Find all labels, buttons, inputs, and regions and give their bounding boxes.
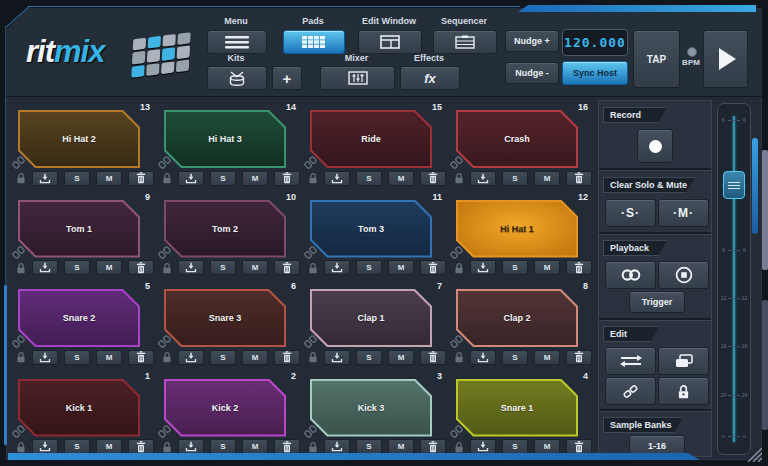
load-sample-button[interactable] <box>32 439 58 454</box>
load-sample-button[interactable] <box>178 260 204 275</box>
pad-lock-icon[interactable] <box>16 441 26 453</box>
pad-delete-button[interactable] <box>128 350 154 365</box>
pad-solo-button[interactable]: S <box>210 171 236 186</box>
drum-pad[interactable]: Tom 3 <box>310 200 432 258</box>
drum-pad[interactable]: Ride <box>310 110 432 168</box>
load-sample-button[interactable] <box>32 260 58 275</box>
drum-pad[interactable]: Kick 3 <box>310 379 432 437</box>
pad-lock-icon[interactable] <box>454 172 464 184</box>
lock-button[interactable] <box>658 377 709 405</box>
pad-lock-icon[interactable] <box>454 441 464 453</box>
tap-tempo-button[interactable]: TAP <box>633 30 680 88</box>
clear-solo-button[interactable]: ·S· <box>605 199 656 227</box>
pad-mute-button[interactable]: M <box>242 171 268 186</box>
load-sample-button[interactable] <box>32 171 58 186</box>
drum-pad[interactable]: Clap 2 <box>456 289 578 347</box>
pad-mute-button[interactable]: M <box>96 171 122 186</box>
load-sample-button[interactable] <box>324 171 350 186</box>
pad-lock-icon[interactable] <box>308 172 318 184</box>
pad-mute-button[interactable]: M <box>242 260 268 275</box>
pad-solo-button[interactable]: S <box>502 350 528 365</box>
load-sample-button[interactable] <box>324 439 350 454</box>
pad-delete-button[interactable] <box>566 260 592 275</box>
load-sample-button[interactable] <box>178 350 204 365</box>
pad-mute-button[interactable]: M <box>96 260 122 275</box>
drum-pad[interactable]: Hi Hat 2 <box>18 110 140 168</box>
pad-delete-button[interactable] <box>566 350 592 365</box>
drum-pad[interactable]: Tom 2 <box>164 200 286 258</box>
clear-mute-button[interactable]: ·M· <box>658 199 709 227</box>
pad-mute-button[interactable]: M <box>242 350 268 365</box>
swap-button[interactable] <box>605 347 656 375</box>
nudge-plus-button[interactable]: Nudge + <box>505 30 559 52</box>
pad-delete-button[interactable] <box>566 171 592 186</box>
kits-button[interactable] <box>207 66 267 90</box>
pad-lock-icon[interactable] <box>16 262 26 274</box>
pad-delete-button[interactable] <box>420 171 446 186</box>
pad-solo-button[interactable]: S <box>64 439 90 454</box>
drum-pad[interactable]: Clap 1 <box>310 289 432 347</box>
drum-pad[interactable]: Kick 2 <box>164 379 286 437</box>
link-button[interactable] <box>605 377 656 405</box>
pad-delete-button[interactable] <box>128 171 154 186</box>
pad-mute-button[interactable]: M <box>534 350 560 365</box>
pad-delete-button[interactable] <box>566 439 592 454</box>
master-fader[interactable]: 660066121218182424∞∞ <box>717 103 751 455</box>
drum-pad[interactable]: Snare 1 <box>456 379 578 437</box>
sequencer-button[interactable] <box>433 30 497 54</box>
pad-solo-button[interactable]: S <box>64 350 90 365</box>
pad-mute-button[interactable]: M <box>96 439 122 454</box>
pad-lock-icon[interactable] <box>308 351 318 363</box>
pad-solo-button[interactable]: S <box>210 260 236 275</box>
play-button[interactable] <box>703 30 748 88</box>
record-button[interactable] <box>637 129 673 163</box>
pad-solo-button[interactable]: S <box>64 260 90 275</box>
pad-solo-button[interactable]: S <box>356 260 382 275</box>
load-sample-button[interactable] <box>470 439 496 454</box>
pad-delete-button[interactable] <box>420 439 446 454</box>
copy-button[interactable] <box>658 347 709 375</box>
drum-pad[interactable]: Snare 3 <box>164 289 286 347</box>
drum-pad[interactable]: Tom 1 <box>18 200 140 258</box>
load-sample-button[interactable] <box>178 171 204 186</box>
pad-solo-button[interactable]: S <box>356 171 382 186</box>
resize-grip[interactable] <box>744 448 762 462</box>
drum-pad[interactable]: Snare 2 <box>18 289 140 347</box>
drum-pad[interactable]: Hi Hat 3 <box>164 110 286 168</box>
mixer-button[interactable] <box>320 66 395 90</box>
pad-lock-icon[interactable] <box>162 351 172 363</box>
trigger-button[interactable]: Trigger <box>629 291 685 313</box>
pad-solo-button[interactable]: S <box>64 171 90 186</box>
fader-handle[interactable] <box>723 171 745 199</box>
menu-button[interactable] <box>207 30 267 54</box>
stop-button[interactable] <box>658 261 709 289</box>
pad-mute-button[interactable]: M <box>388 260 414 275</box>
pad-lock-icon[interactable] <box>16 172 26 184</box>
pad-mute-button[interactable]: M <box>96 350 122 365</box>
pad-lock-icon[interactable] <box>308 441 318 453</box>
pad-mute-button[interactable]: M <box>388 350 414 365</box>
pad-delete-button[interactable] <box>274 350 300 365</box>
pad-mute-button[interactable]: M <box>534 171 560 186</box>
pad-solo-button[interactable]: S <box>502 439 528 454</box>
pad-solo-button[interactable]: S <box>502 171 528 186</box>
pad-solo-button[interactable]: S <box>210 439 236 454</box>
pad-mute-button[interactable]: M <box>534 260 560 275</box>
load-sample-button[interactable] <box>324 260 350 275</box>
pad-lock-icon[interactable] <box>308 262 318 274</box>
load-sample-button[interactable] <box>324 350 350 365</box>
pad-delete-button[interactable] <box>274 260 300 275</box>
pad-delete-button[interactable] <box>128 260 154 275</box>
drum-pad[interactable]: Kick 1 <box>18 379 140 437</box>
pad-delete-button[interactable] <box>274 439 300 454</box>
load-sample-button[interactable] <box>470 350 496 365</box>
pad-lock-icon[interactable] <box>454 351 464 363</box>
pad-delete-button[interactable] <box>128 439 154 454</box>
load-sample-button[interactable] <box>32 350 58 365</box>
pad-mute-button[interactable]: M <box>242 439 268 454</box>
sync-host-button[interactable]: Sync Host <box>562 61 628 85</box>
pad-solo-button[interactable]: S <box>502 260 528 275</box>
edit-window-button[interactable] <box>358 30 422 54</box>
pad-lock-icon[interactable] <box>454 262 464 274</box>
add-kit-button[interactable]: + <box>272 66 302 90</box>
